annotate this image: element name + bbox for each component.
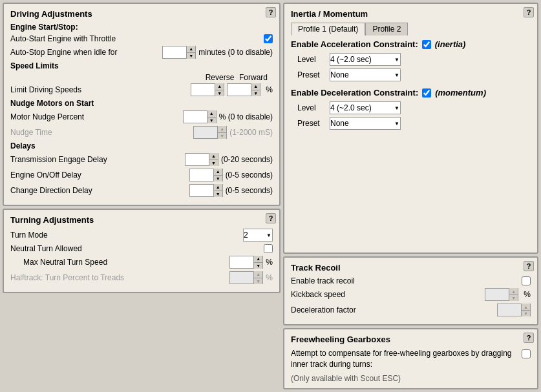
tab-profile2[interactable]: Profile 2 [365,23,408,36]
nudge-percent-spinbox: 0 ▲ ▼ [183,110,217,123]
auto-stop-spin-btns: ▲ ▼ [186,46,195,59]
neutral-turn-checkbox[interactable] [264,244,273,253]
nudge-time-down[interactable]: ▼ [218,133,226,139]
nudge-percent-down[interactable]: ▼ [207,118,216,124]
inertia-title: Inertia / Momentum [291,9,531,19]
freewheeling-description: Attempt to compensate for free-wheeling … [291,348,519,370]
dir-delay-down[interactable]: ▼ [214,191,222,198]
speed-forward-down[interactable]: ▼ [251,90,260,97]
speed-reverse-spin-btns: ▲ ▼ [215,83,224,96]
speed-row-label: Limit Driving Speeds [10,85,191,94]
auto-start-checkbox[interactable] [264,34,273,43]
speed-forward-input[interactable]: 100 [228,84,251,96]
speed-headers-row: Reverse Forward [10,73,273,82]
dir-delay-up[interactable]: ▲ [214,184,222,191]
decel-level-select[interactable]: 4 (~2.0 sec) [330,101,401,114]
nudge-percent-row: Motor Nudge Percent 0 ▲ ▼ % (0 to disabl… [10,110,273,123]
halftrack-up[interactable]: ▲ [254,271,262,278]
trans-delay-unit: (0-20 seconds) [221,155,273,164]
auto-stop-input[interactable]: 2,0 [163,46,186,58]
accel-level-select[interactable]: 4 (~2.0 sec) [330,53,401,66]
engine-delay-input[interactable]: 1,0 [190,169,213,181]
speed-forward-up[interactable]: ▲ [251,83,260,90]
speed-reverse-down[interactable]: ▼ [215,90,224,97]
decel-factor-down[interactable]: ▼ [522,311,530,317]
nudge-percent-up[interactable]: ▲ [207,110,216,118]
speed-reverse-spinbox: 50 ▲ ▼ [191,83,224,96]
speed-forward-spin-btns: ▲ ▼ [251,83,260,96]
speed-reverse-up[interactable]: ▲ [215,83,224,90]
trans-delay-input[interactable]: 2,0 [186,154,209,165]
decel-constraint-title: Enable Deceleration Constraint: (momentu… [291,88,531,98]
decel-factor-spinbox: 65 ▲ ▼ [497,304,531,316]
accel-level-row: Level 4 (~2.0 sec) ▼ [291,53,531,66]
inertia-help-button[interactable]: ? [524,7,534,17]
kickback-up[interactable]: ▲ [509,288,518,295]
nudge-time-unit: (1-2000 mS) [229,128,273,137]
nudge-section-title: Nudge Motors on Start [10,99,273,108]
dir-delay-unit: (0-5 seconds) [226,186,273,195]
track-recoil-section: Track Recoil ? Enable track recoil Kickb… [283,256,538,325]
driving-help-button[interactable]: ? [266,7,276,17]
freewheeling-note: (Only available with Scout ESC) [291,374,531,383]
speed-unit: % [266,85,273,94]
decel-preset-select-wrapper: None ▼ [330,117,401,130]
max-neutral-unit: % [266,258,273,267]
engine-section-title: Engine Start/Stop: [10,23,273,32]
tab-profile1[interactable]: Profile 1 (Default) [291,23,365,36]
nudge-time-up[interactable]: ▲ [218,126,226,133]
halftrack-input[interactable]: 50 [230,272,253,284]
accel-level-label: Level [297,55,330,64]
turning-help-button[interactable]: ? [266,213,276,223]
track-recoil-help-button[interactable]: ? [524,261,534,271]
speed-row: Limit Driving Speeds 50 ▲ ▼ 100 ▲ ▼ [10,83,273,96]
halftrack-down[interactable]: ▼ [254,278,262,285]
max-neutral-down[interactable]: ▼ [254,263,262,269]
speed-col-headers: Reverse Forward [203,73,270,82]
turn-mode-row: Turn Mode 2 ▼ [10,229,273,242]
nudge-percent-spin-btns: ▲ ▼ [207,110,216,123]
freewheeling-help-button[interactable]: ? [524,333,534,343]
turn-mode-select[interactable]: 2 [243,229,273,242]
speed-reverse-input[interactable]: 50 [191,84,215,96]
kickback-down[interactable]: ▼ [509,295,518,302]
auto-start-row: Auto-Start Engine with Throttle [10,34,273,43]
forward-header: Forward [237,73,270,82]
freewheeling-title: Freewheeling Gearboxes [291,335,531,344]
trans-delay-label: Transmission Engage Delay [10,155,185,164]
profile-tabs: Profile 1 (Default) Profile 2 [291,23,531,36]
accel-preset-select-wrapper: None ▼ [330,68,401,81]
decel-preset-label: Preset [297,119,330,128]
dir-delay-row: Change Direction Delay 1,0 ▲ ▼ (0-5 seco… [10,184,273,197]
max-neutral-up[interactable]: ▲ [254,256,262,263]
kickback-row: Kickback speed 100 ▲ ▼ % [291,288,531,301]
auto-stop-up[interactable]: ▲ [187,46,195,53]
dir-delay-label: Change Direction Delay [10,186,189,195]
kickback-input[interactable]: 100 [485,289,509,300]
trans-delay-up[interactable]: ▲ [209,153,218,160]
decel-preset-select[interactable]: None [330,117,401,130]
trans-delay-down[interactable]: ▼ [209,160,218,167]
accel-preset-row: Preset None ▼ [291,68,531,81]
accel-preset-select[interactable]: None [330,68,401,81]
decel-factor-input[interactable]: 65 [498,304,521,316]
auto-stop-unit: minutes (0 to disable) [198,48,273,57]
nudge-percent-input[interactable]: 0 [184,111,207,123]
turn-mode-label: Turn Mode [10,231,243,240]
freewheeling-checkbox[interactable] [522,349,531,358]
enable-recoil-checkbox[interactable] [522,276,531,285]
max-neutral-input[interactable]: 50 [230,256,253,268]
decel-checkbox[interactable] [422,88,431,98]
decel-factor-up[interactable]: ▲ [522,304,530,311]
decel-level-row: Level 4 (~2.0 sec) ▼ [291,101,531,114]
engine-delay-up[interactable]: ▲ [214,169,222,176]
turning-title: Turning Adjustments [10,215,273,225]
auto-stop-down[interactable]: ▼ [187,53,195,59]
engine-delay-label: Engine On/Off Delay [10,170,189,180]
engine-delay-down[interactable]: ▼ [214,176,222,182]
accel-checkbox[interactable] [422,40,431,49]
decel-factor-label: Deceleration factor [291,305,497,315]
nudge-time-input[interactable]: 250 [194,127,217,138]
engine-delay-spin-btns: ▲ ▼ [213,169,222,181]
dir-delay-input[interactable]: 1,0 [190,185,213,196]
